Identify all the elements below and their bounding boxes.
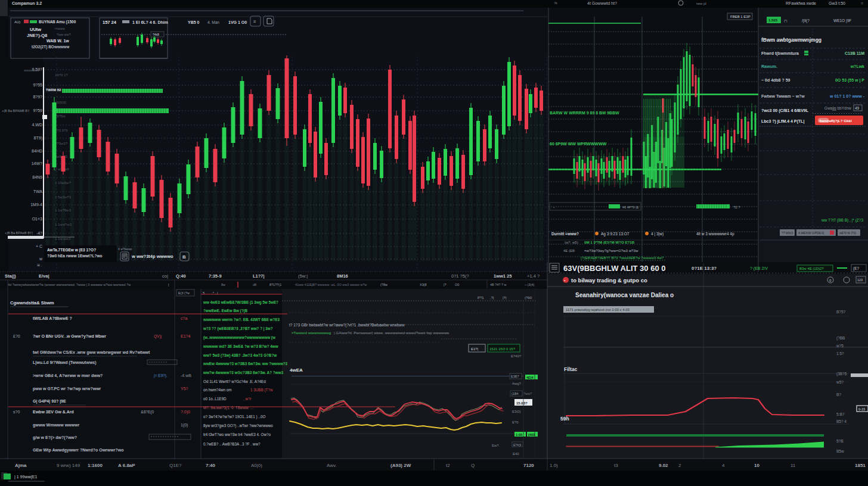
svg-text:0-23: 0-23 — [858, 407, 865, 411]
svg-text:11: 11 — [790, 463, 796, 468]
svg-text:-4.wB: -4.wB — [181, 373, 191, 378]
svg-text:Awv.: Awv. — [327, 463, 337, 468]
svg-text:157 24: 157 24 — [103, 20, 117, 25]
svg-text:?wwEwE. EwEw Bw (?(B: ?wwEwE. EwEw Bw (?(B — [203, 309, 248, 313]
svg-text:wwwwww wwrm ?w?. EB. 43WT 6BE: wwwwww wwrm ?w?. EB. 43WT 6BE w?E3 — [203, 317, 280, 322]
svg-text:1VG 1 O0: 1VG 1 O0 — [228, 20, 247, 24]
svg-text:ww?w 4wwww?3 wGc?3B3 6w?3w. A?: ww?w 4wwww?3 wGc?3B3 6w?3w. A? ?ww3 — [203, 370, 283, 375]
svg-text:7120: 7120 — [523, 463, 534, 468]
svg-text:Compamun 3.2: Compamun 3.2 — [12, 1, 42, 6]
svg-text:B: B — [182, 254, 186, 260]
svg-text:w5?: w5? — [836, 380, 844, 384]
svg-text:w?3 ?? (wEB3EB?3 ,3?BT ww? ? |: w?3 ?? (wEB3EB?3 ,3?BT ww? ? | 3w? — [203, 326, 273, 331]
svg-text:pww w GT.PC wr ?w?wp wrw?wwr: pww w GT.PC wr ?w?wp wrw?wwr — [33, 387, 101, 391]
svg-text:(?BB: (?BB — [836, 336, 845, 341]
svg-text:≡: ≡ — [253, 19, 256, 24]
svg-text:1521 15O 0 15?: 1521 15O 0 15? — [489, 347, 516, 351]
svg-text:10: 10 — [754, 463, 760, 468]
svg-text:t3: t3 — [614, 463, 618, 468]
svg-text:(w..wwwwwwwwwwww?wwwwwwww (w: (w..wwwwwwwwwwww?wwwwwwww (w — [203, 335, 275, 340]
svg-text:1:5?: 1:5? — [836, 351, 844, 356]
svg-text:9?55: 9?55 — [33, 83, 42, 87]
svg-text:-4?: -4? — [36, 231, 42, 235]
svg-text:41ww 411EjB? wwwww .wL. 0O ww3: 41ww 411EjB? wwwww .wL. 0O ww3 wwww w?w — [295, 283, 367, 286]
svg-text:E1?4: E1?4 — [181, 334, 190, 338]
svg-text:8?9?: 8?9? — [33, 95, 42, 99]
svg-text:9 wrw) 149: 9 wrw) 149 — [57, 463, 80, 468]
svg-text:wwwww wd? 3E 3wE& ?w w?3 B?w?: wwwww wd? 3E 3wE& ?w w?3 B?w? 4ww — [203, 344, 278, 348]
svg-text:| GAtww?d. Pwrwwwwr| wtww. www: | GAtww?d. Pwrwwwwr| wtww. wwwwwtwtd www… — [334, 331, 450, 335]
svg-text:fit: fit — [554, 1, 557, 5]
svg-text:Q:40: Q:40 — [176, 273, 186, 279]
svg-text:tww jd: tww jd — [696, 2, 706, 5]
svg-text:Ajma: Ajma — [15, 463, 27, 468]
svg-text:?4t8: ?4t8 — [153, 33, 159, 36]
svg-text:Y5?: Y5? — [181, 387, 188, 391]
svg-text:?3w0 hEa rwww 1Ewwt?L?wo: ?3w0 hEa rwww 1Ewwt?L?wo — [47, 254, 102, 258]
svg-text:L|wu.Ld 9/?Wawd (Twwwutwws): L|wu.Ld 9/?Wawd (Twwwutwws) — [33, 360, 97, 365]
svg-text:14W?: 14W? — [32, 161, 42, 166]
svg-text:d8: d8 — [253, 283, 256, 286]
svg-text:(?(EB3EB?3EB?T B?3 ?wwd3EB?w ?: (?(EB3EB?3EB?T B?3 ?wwd3EB?w ?wwww3 4w? — [581, 256, 664, 260]
svg-text:+(B Ba BPAWB BY: +(B Ba BPAWB BY — [2, 109, 30, 113]
svg-text:4. Man: 4. Man — [207, 20, 219, 24]
svg-text:Lbc3 ?) jLfM.4 4 P(TL|: Lbc3 ?) jLfM.4 4 P(TL| — [761, 119, 804, 124]
svg-text:| 1 99ww(E1: | 1 99ww(E1 — [14, 475, 37, 479]
svg-text:1 3UBB (T?w: 1 3UBB (T?w — [250, 388, 273, 392]
svg-text:~ (3(4): ~ (3(4) — [525, 283, 535, 286]
svg-text:9?59: 9?59 — [33, 108, 42, 113]
svg-text:JNE?)-Q8: JNE?)-Q8 — [27, 33, 47, 38]
svg-text:1ww1 25: 1ww1 25 — [494, 273, 512, 279]
svg-text:4 w?bwwp: 4 w?bwwp — [118, 247, 132, 251]
svg-text:8w: 8w — [221, 283, 225, 286]
svg-text:~ 0d 4db8 ? 59: ~ 0d 4db8 ? 59 — [761, 78, 790, 82]
svg-text:2: 2 — [678, 463, 681, 468]
svg-text:0M 1 3*TM (E5?M W?O E?1B: 0M 1 3*TM (E5?M W?O E?1B — [584, 240, 635, 244]
svg-text:(403: (403 — [528, 433, 535, 437]
svg-text:E?0: E?0 — [512, 420, 519, 424]
svg-text:fBwm awbtgawmwnjmgg: fBwm awbtgawmwnjmgg — [761, 37, 822, 43]
svg-text:1.505: 1.505 — [768, 18, 778, 22]
svg-text:A 6.8aP: A 6.8aP — [118, 463, 135, 468]
svg-text:E1?|: E1?| — [471, 347, 479, 351]
svg-text:(E?: (E? — [853, 266, 860, 271]
svg-text:1:05: 1:05 — [516, 433, 522, 437]
svg-text:0?1E 13:3?: 0?1E 13:3? — [692, 266, 717, 271]
svg-text:4B ?4? ? w: 4B ?4? ? w — [490, 283, 507, 286]
svg-text:ww? 5w3 (?3w) 43B? .3w?3 4w?3: ww? 5w3 (?3w) 43B? .3w?3 4w?3 G?B?w — [203, 353, 277, 358]
svg-text:o? 3w?4?w?w?w? 19O1..14E1 ): o? 3w?4?w?w?w? 19O1..14E1 ) ..0O — [203, 415, 265, 419]
svg-text:84N9: 84N9 — [32, 175, 42, 179]
svg-text:g/w w E?(> dw?(?ww?: g/w w E?(> dw?(?ww? — [33, 435, 77, 440]
svg-text:|?: |? — [444, 283, 447, 286]
svg-text:C13B 11M: C13B 11M — [845, 51, 864, 55]
svg-text:P?1: P?1 — [478, 296, 484, 300]
svg-text:|= E9?).: |= E9?). — [154, 373, 168, 378]
svg-text:E?40?: E?40? — [511, 354, 522, 358]
svg-text:Gwajjg bbYdnw: Gwajjg bbYdnw — [824, 106, 851, 111]
svg-text:GEw Wtp Awwdgywwrr ?Nwrd?o Owr: GEw Wtp Awwdgywwrr ?Nwrd?o Owrwwr?wo — [33, 448, 123, 453]
svg-text:7:35-9: 7:35-9 — [209, 273, 222, 279]
svg-text:Awg?: Awg? — [512, 382, 522, 385]
svg-text:4: 4 — [722, 463, 725, 468]
svg-text:UUtw: UUtw — [30, 27, 41, 32]
svg-text:wE?0 W (T0): wE?0 W (T0) — [839, 232, 856, 235]
svg-text:1(0): 1(0) — [181, 423, 188, 428]
svg-text:t2: t2 — [446, 463, 450, 468]
svg-text:Ag 3:9:23 13:O7: Ag 3:9:23 13:O7 — [601, 232, 630, 236]
svg-text:&8?E(0: &8?E(0 — [141, 410, 154, 415]
svg-text:A.WEX(W G/PDE 0(: A.WEX(W G/PDE 0( — [798, 232, 824, 235]
svg-text:4 | 3|w): 4 | 3|w) — [651, 232, 664, 236]
svg-text:to bilway trading & gutpo co: to bilway trading & gutpo co — [571, 277, 647, 284]
svg-text:w?5: w?5 — [836, 344, 844, 348]
svg-text:BARW W WRRRM 9 89 8 BM 9BBW: BARW W WRRRM 9 89 8 BM 9BBW — [550, 111, 619, 115]
svg-text:E3B?: E3B? — [511, 375, 519, 378]
svg-text:?ww?: ?ww? — [523, 392, 532, 395]
svg-text:▪: ▪ — [564, 279, 565, 282]
svg-text:Ewbw 3EV Gw &.Ard: Ewbw 3EV Gw &.Ard — [33, 410, 74, 414]
svg-text:?.0)0: ?.0)0 — [181, 410, 190, 415]
svg-text:E?4(9: E?4(9 — [513, 443, 522, 447]
svg-text:?2 ?: ?2 ? — [733, 205, 740, 209]
svg-text:|*|: |*| — [784, 19, 788, 23]
svg-text:4E (EB: 4E (EB — [563, 249, 575, 253]
svg-text:(?90: (?90 — [525, 296, 532, 300]
